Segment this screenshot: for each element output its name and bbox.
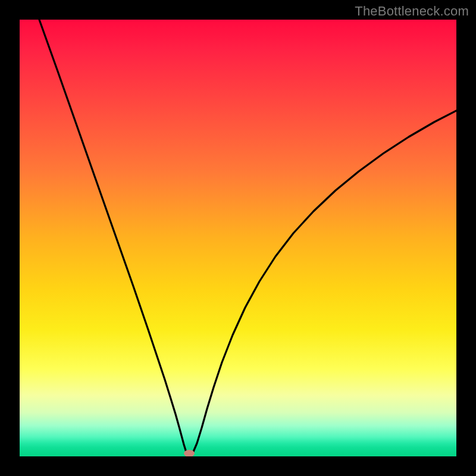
chart-frame: TheBottleneck.com	[0, 0, 476, 476]
plot-area	[20, 20, 456, 456]
bottleneck-curve	[39, 20, 456, 455]
chart-svg	[20, 20, 456, 456]
watermark-text: TheBottleneck.com	[355, 4, 469, 19]
